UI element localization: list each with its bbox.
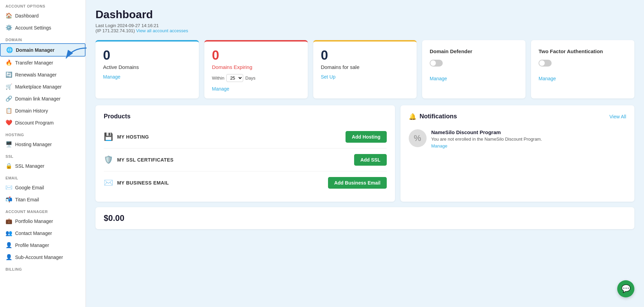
expiry-days-select[interactable]: 25 30 60 90	[226, 74, 243, 82]
product-row-my-ssl: 🛡️MY SSL CERTIFICATESAdd SSL	[104, 149, 387, 172]
account-settings-label: Account Settings	[15, 25, 51, 31]
balance-row: $0.00	[95, 207, 634, 229]
profile-manager-icon: 👤	[5, 242, 12, 248]
sidebar-item-transfer-manager[interactable]: 🔥Transfer Manager	[0, 57, 86, 69]
my-hosting-button[interactable]: Add Hosting	[346, 131, 386, 143]
active-domains-card: 0 Active Domains Manage	[95, 40, 199, 98]
my-email-button[interactable]: Add Business Email	[328, 177, 387, 189]
my-hosting-name: MY HOSTING	[117, 134, 149, 140]
sidebar-item-ssl-manager[interactable]: 🔒SSL Manager	[0, 160, 86, 172]
sidebar-item-portfolio-manager[interactable]: 💼Portfolio Manager	[0, 215, 86, 227]
dashboard-label: Dashboard	[15, 13, 39, 19]
balance-value: $0.00	[104, 213, 124, 223]
domain-defender-title: Domain Defender	[430, 48, 518, 54]
profile-manager-label: Profile Manager	[15, 243, 49, 248]
domain-manager-icon: 🌐	[6, 47, 13, 53]
ssl-manager-icon: 🔒	[5, 163, 12, 169]
my-ssl-icon: 🛡️	[104, 155, 113, 164]
domains-expiring-manage-link[interactable]: Manage	[212, 86, 229, 92]
active-domains-label: Active Domains	[103, 64, 191, 70]
google-email-label: Google Email	[15, 185, 44, 190]
account-settings-icon: ⚙️	[5, 24, 12, 31]
transfer-manager-icon: 🔥	[5, 59, 12, 66]
domain-link-manager-icon: 🔗	[5, 95, 12, 102]
active-domains-number: 0	[103, 48, 191, 63]
sidebar-item-domain-history[interactable]: 📋Domain History	[0, 105, 86, 117]
titan-email-label: Titan Email	[15, 197, 39, 202]
cards-row: 0 Active Domains Manage 0 Domains Expiri…	[95, 40, 634, 98]
active-domains-manage-link[interactable]: Manage	[103, 74, 121, 80]
sidebar-item-contact-manager[interactable]: 👥Contact Manager	[0, 227, 86, 239]
domains-for-sale-number: 0	[321, 48, 409, 63]
sidebar-item-marketplace-manager[interactable]: 🛒Marketplace Manager	[0, 81, 86, 93]
dashboard-icon: 🏠	[5, 12, 12, 19]
two-factor-toggle[interactable]	[539, 60, 552, 67]
domains-for-sale-card: 0 Domains for sale Set Up	[313, 40, 417, 98]
sidebar-item-renewals-manager[interactable]: 🔄Renewals Manager	[0, 69, 86, 81]
contact-manager-label: Contact Manager	[15, 231, 52, 236]
my-email-name: MY BUSINESS EMAIL	[117, 180, 169, 186]
sidebar-section-billing: BILLING	[0, 263, 86, 273]
product-row-my-hosting: 💾MY HOSTINGAdd Hosting	[104, 126, 387, 149]
sidebar-item-discount-program[interactable]: ❤️Discount Program	[0, 117, 86, 129]
sidebar-item-titan-email[interactable]: 📬Titan Email	[0, 193, 86, 205]
domain-defender-manage-link[interactable]: Manage	[430, 76, 447, 81]
products-title: Products	[104, 113, 387, 120]
sidebar-section-hosting: HOSTING	[0, 129, 86, 138]
sidebar-section-account-manager: ACCOUNT MANAGER	[0, 205, 86, 215]
products-panel: Products 💾MY HOSTINGAdd Hosting🛡️MY SSL …	[95, 105, 395, 202]
discount-manage-link[interactable]: Manage	[431, 143, 448, 149]
domains-expiring-card: 0 Domains Expiring Within 25 30 60 90 Da…	[204, 40, 308, 98]
sidebar-item-domain-manager[interactable]: 🌐Domain Manager	[0, 43, 86, 57]
discount-row: % NameSilo Discount Program You are not …	[409, 129, 626, 149]
ssl-manager-label: SSL Manager	[15, 163, 44, 169]
transfer-manager-label: Transfer Manager	[15, 60, 53, 66]
two-factor-auth-title: Two Factor Authentication	[539, 48, 627, 54]
hosting-manager-label: Hosting Manager	[15, 142, 52, 147]
discount-icon: %	[409, 129, 427, 147]
sidebar-item-profile-manager[interactable]: 👤Profile Manager	[0, 239, 86, 251]
notifications-title: 🔔 Notifications	[409, 113, 457, 120]
product-row-my-email: ✉️MY BUSINESS EMAILAdd Business Email	[104, 172, 387, 194]
domain-defender-toggle[interactable]	[430, 60, 443, 67]
sub-account-manager-label: Sub-Account Manager	[15, 255, 63, 260]
sidebar-item-sub-account-manager[interactable]: 👤Sub-Account Manager	[0, 251, 86, 263]
my-ssl-button[interactable]: Add SSL	[354, 154, 386, 166]
sidebar-item-hosting-manager[interactable]: 🖥️Hosting Manager	[0, 138, 86, 150]
my-ssl-name: MY SSL CERTIFICATES	[117, 157, 173, 163]
domain-history-label: Domain History	[15, 108, 48, 114]
portfolio-manager-icon: 💼	[5, 218, 12, 224]
sub-account-manager-icon: 👤	[5, 254, 12, 260]
google-email-icon: ✉️	[5, 184, 12, 191]
chat-icon: 💬	[621, 284, 631, 293]
two-factor-auth-card: Two Factor Authentication Manage	[531, 40, 634, 98]
portfolio-manager-label: Portfolio Manager	[15, 219, 53, 224]
domains-expiring-number: 0	[212, 48, 300, 63]
domains-for-sale-setup-link[interactable]: Set Up	[321, 74, 336, 80]
my-hosting-icon: 💾	[104, 132, 113, 141]
sidebar-section-account-options: ACCOUNT OPTIONS	[0, 0, 86, 10]
within-row: Within 25 30 60 90 Days	[212, 74, 300, 82]
renewals-manager-icon: 🔄	[5, 71, 12, 78]
domains-expiring-label: Domains Expiring	[212, 64, 300, 70]
discount-program-icon: ❤️	[5, 119, 12, 126]
domain-defender-toggle-wrap	[430, 60, 518, 68]
chat-button[interactable]: 💬	[617, 280, 634, 297]
discount-program-title: NameSilo Discount Program	[431, 129, 542, 135]
sidebar-item-dashboard[interactable]: 🏠Dashboard	[0, 10, 86, 22]
notifications-header: 🔔 Notifications View All	[409, 113, 626, 120]
sidebar-item-account-settings[interactable]: ⚙️Account Settings	[0, 22, 86, 34]
bottom-row: Products 💾MY HOSTINGAdd Hosting🛡️MY SSL …	[95, 105, 634, 202]
sidebar-section-email: EMAIL	[0, 172, 86, 181]
view-all-notifications-link[interactable]: View All	[609, 114, 626, 119]
view-all-accesses-link[interactable]: View all account accesses	[136, 28, 188, 33]
two-factor-manage-link[interactable]: Manage	[539, 76, 556, 81]
domain-manager-label: Domain Manager	[16, 47, 55, 53]
sidebar-section-domain: DOMAIN	[0, 34, 86, 43]
discount-program-label: Discount Program	[15, 120, 54, 126]
discount-text: NameSilo Discount Program You are not en…	[431, 129, 542, 149]
sidebar-item-domain-link-manager[interactable]: 🔗Domain link Manager	[0, 93, 86, 105]
two-factor-toggle-wrap	[539, 60, 627, 68]
sidebar-item-google-email[interactable]: ✉️Google Email	[0, 181, 86, 193]
domain-defender-card: Domain Defender Manage	[422, 40, 526, 98]
